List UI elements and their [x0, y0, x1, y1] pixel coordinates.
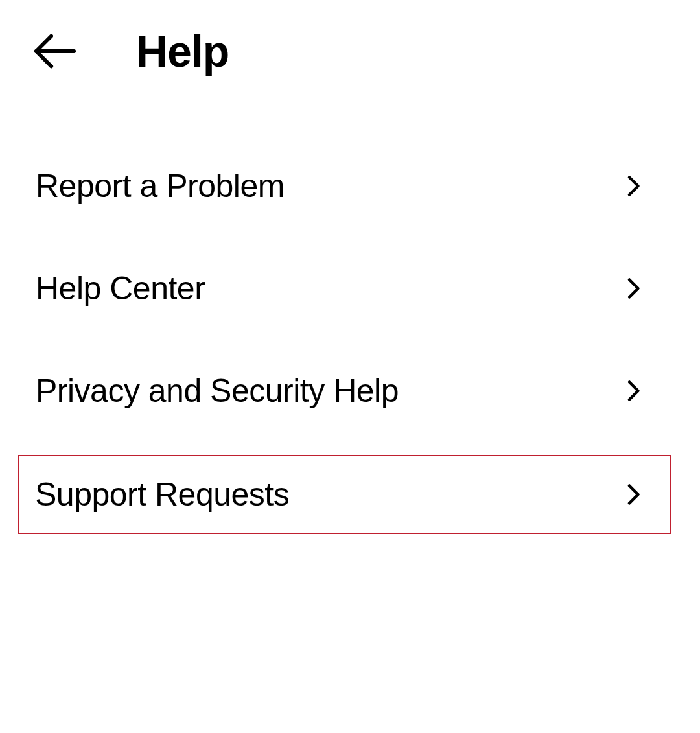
- menu-item-report-a-problem[interactable]: Report a Problem: [3, 135, 677, 237]
- menu-item-label: Help Center: [36, 270, 205, 307]
- chevron-right-icon: [622, 277, 645, 300]
- menu-item-help-center[interactable]: Help Center: [3, 237, 677, 340]
- page-title: Help: [136, 26, 229, 76]
- menu-item-support-requests[interactable]: Support Requests: [18, 455, 671, 534]
- back-button[interactable]: [32, 29, 78, 74]
- chevron-right-icon: [622, 379, 645, 402]
- chevron-right-icon: [622, 483, 645, 506]
- menu-list: Report a Problem Help Center Privacy and…: [0, 102, 700, 534]
- arrow-left-icon: [32, 29, 78, 74]
- header: Help: [0, 0, 700, 102]
- chevron-right-icon: [622, 174, 645, 198]
- menu-item-label: Support Requests: [35, 476, 289, 513]
- menu-item-privacy-and-security-help[interactable]: Privacy and Security Help: [3, 340, 677, 442]
- menu-item-label: Report a Problem: [36, 167, 285, 205]
- menu-item-label: Privacy and Security Help: [36, 372, 399, 410]
